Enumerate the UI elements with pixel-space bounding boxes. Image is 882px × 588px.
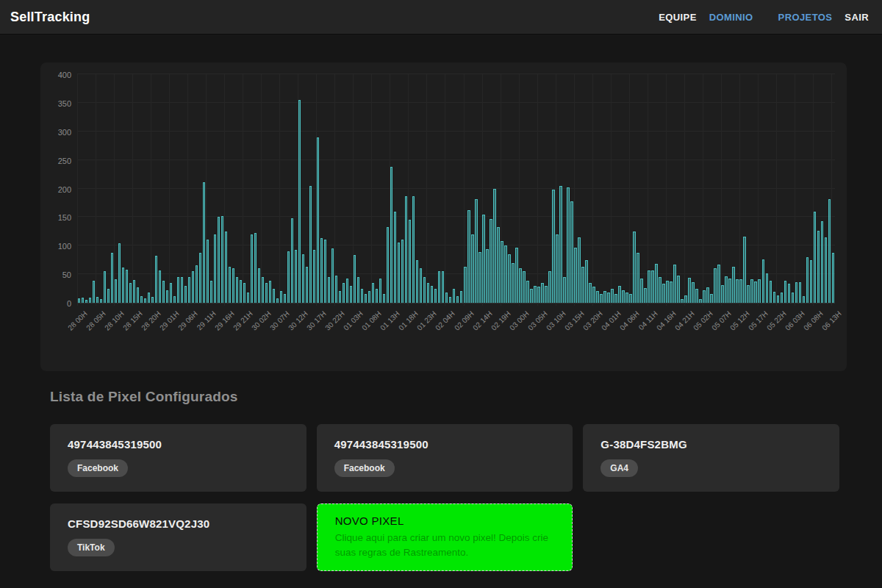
chart-bar — [394, 212, 396, 303]
chart-bar — [493, 189, 495, 303]
nav-item-sair[interactable]: SAIR — [845, 12, 869, 23]
chart-bar — [762, 259, 764, 303]
x-tick-label: 03 05H — [526, 309, 549, 332]
x-tick-label: 29 16H — [213, 309, 236, 332]
chart-y-axis: 050100150200250300350400 — [48, 74, 77, 304]
x-tick-label: 06 08H — [802, 309, 825, 332]
x-tick-label: 01 13H — [379, 309, 402, 332]
chart-bar — [78, 298, 80, 303]
chart-bar — [618, 286, 620, 303]
pixel-id: 497443845319500 — [334, 438, 556, 451]
chart-bar — [453, 289, 455, 303]
chart-bar — [464, 267, 466, 303]
gridline-vertical — [611, 74, 612, 306]
chart-bar — [508, 254, 510, 303]
pixel-card[interactable]: CFSD92SD66W821VQ2J30 TikTok — [50, 503, 306, 571]
chart-bar — [563, 277, 565, 303]
chart-bar — [93, 281, 95, 303]
chart-bar — [328, 277, 330, 303]
x-tick-label: 30 22H — [324, 309, 347, 332]
gridline-vertical — [629, 74, 630, 306]
new-pixel-card[interactable]: NOVO PIXEL Clique aqui para criar um nov… — [317, 503, 573, 571]
chart-bar — [225, 232, 227, 303]
gridline-vertical — [114, 74, 115, 306]
gridline-vertical — [132, 74, 133, 306]
chart-bar — [728, 279, 731, 303]
x-tick-label: 03 10H — [545, 309, 567, 332]
chart-bar — [85, 300, 87, 303]
chart-bar — [559, 186, 562, 303]
chart-bar — [104, 271, 106, 303]
x-tick-label: 05 02H — [692, 309, 714, 332]
chart-bar — [817, 231, 820, 303]
chart-bar — [706, 287, 709, 303]
y-tick-label: 100 — [58, 242, 71, 251]
chart-bar — [589, 283, 591, 303]
chart-bar — [170, 283, 172, 303]
chart-bar — [181, 277, 183, 303]
chart-bar — [214, 234, 216, 303]
chart-bar — [251, 234, 253, 303]
chart-bar — [633, 232, 635, 303]
chart-bar — [177, 277, 179, 303]
chart-bar — [390, 167, 392, 303]
chart-bar — [644, 288, 646, 303]
chart-bar — [777, 295, 779, 303]
chart-bar — [431, 286, 433, 303]
y-tick-label: 0 — [67, 299, 71, 308]
chart-bar — [148, 293, 150, 303]
chart-bar — [832, 253, 834, 303]
nav-item-dominio[interactable]: DOMINIO — [709, 12, 753, 23]
gridline-vertical — [371, 74, 372, 306]
chart-bar — [247, 293, 249, 303]
pixel-cards-grid: 497443845319500 Facebook 497443845319500… — [50, 424, 839, 571]
x-tick-label: 30 07H — [268, 309, 291, 332]
chart-bar — [262, 277, 264, 303]
chart-bar — [140, 296, 143, 303]
chart-bar — [398, 243, 400, 303]
x-tick-label: 04 01H — [600, 309, 623, 332]
chart-bar — [118, 243, 121, 303]
chart-bar — [659, 277, 661, 303]
pixel-card[interactable]: 497443845319500 Facebook — [50, 424, 306, 492]
chart-bar — [313, 250, 315, 303]
chart-bar — [803, 296, 805, 303]
pixel-card[interactable]: 497443845319500 Facebook — [317, 424, 573, 492]
platform-badge: TikTok — [68, 539, 115, 556]
chart-plot-area — [77, 74, 835, 304]
chart-bar — [221, 216, 223, 303]
chart-bar — [405, 196, 407, 303]
x-tick-label: 02 14H — [471, 309, 494, 332]
chart-bar — [747, 285, 749, 303]
chart-bar — [581, 267, 584, 303]
platform-badge: Facebook — [68, 459, 128, 477]
chart-bar — [754, 282, 756, 303]
chart-bar — [354, 255, 356, 303]
chart-bar — [695, 289, 698, 303]
chart-bar — [545, 286, 547, 303]
chart-bar — [365, 294, 367, 303]
gridline-vertical — [279, 74, 280, 306]
chart-bar — [622, 290, 624, 303]
chart-bar — [655, 264, 657, 303]
new-pixel-title: NOVO PIXEL — [335, 514, 555, 527]
x-tick-label: 05 07H — [710, 309, 733, 332]
chart-bar — [89, 298, 91, 303]
chart-bar — [122, 268, 124, 303]
chart-bar — [534, 286, 536, 303]
chart-bar — [82, 298, 84, 303]
chart-bar — [184, 286, 187, 303]
chart-bar — [376, 289, 378, 303]
chart-bar — [648, 270, 650, 303]
chart-bar — [512, 263, 514, 303]
chart-bar — [302, 254, 304, 303]
chart-bar — [412, 196, 415, 303]
chart-bar — [460, 291, 462, 303]
gridline-vertical — [537, 74, 538, 306]
y-tick-label: 150 — [58, 213, 71, 222]
pixel-card[interactable]: G-38D4FS2BMG GA4 — [583, 424, 839, 492]
nav-item-projetos[interactable]: PROJETOS — [778, 12, 833, 23]
pixel-id: 497443845319500 — [68, 438, 289, 451]
nav-item-equipe[interactable]: EQUIPE — [659, 12, 697, 23]
chart-bar — [795, 282, 797, 303]
